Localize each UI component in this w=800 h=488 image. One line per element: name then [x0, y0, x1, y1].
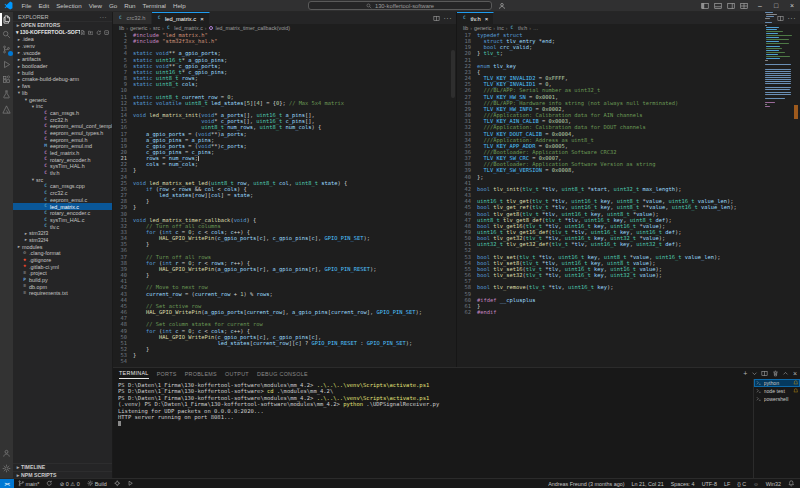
customize-layout-icon[interactable] — [740, 2, 748, 10]
chevron-up-icon[interactable] — [782, 370, 789, 377]
split-icon[interactable] — [761, 370, 768, 377]
tree-item-led-matrix-h[interactable]: Cled_matrix.h — [13, 150, 112, 157]
panel-tab-output[interactable]: OUTPUT — [225, 368, 249, 379]
section-timeline[interactable]: ▸TIMELINE — [13, 463, 112, 471]
tree-item-can-msgs-cpp[interactable]: Ccan_msgs.cpp — [13, 183, 112, 190]
code-area-tlv[interactable]: 17typedef struct18 struct tlv_entry *end… — [457, 32, 760, 367]
tree-item-rotary-encoder-h[interactable]: Crotary_encoder.h — [13, 156, 112, 163]
collapse-all-icon[interactable] — [104, 30, 110, 36]
breadcrumb-1[interactable]: lib›generic›src›Cled_matrix.c›led_matrix… — [113, 24, 456, 32]
breadcrumb-item[interactable]: src — [153, 25, 160, 31]
tree-item-lib[interactable]: ▾lib — [13, 90, 112, 97]
tree-item-src[interactable]: ▾src — [13, 176, 112, 183]
breadcrumb-item[interactable]: tlv.h — [518, 25, 527, 31]
tree-item-artifacts[interactable]: ▸artifacts — [13, 56, 112, 63]
panel-tab-terminal[interactable]: TERMINAL — [119, 368, 149, 379]
tab-close-icon[interactable]: × — [200, 16, 204, 22]
new-file-icon[interactable] — [80, 30, 86, 36]
breadcrumb-item[interactable]: … — [533, 25, 538, 31]
status-indentation[interactable]: Spaces: 4 — [667, 481, 698, 487]
tab-crc32-h[interactable]: Ccrc32.h — [113, 12, 152, 24]
copilot-icon[interactable] — [498, 2, 506, 10]
status-eol[interactable]: LF — [720, 481, 733, 487]
menu-view[interactable]: View — [85, 2, 105, 9]
workspace-root-row[interactable]: ▾ 130-KOFFERTOOL-SOFTWARE — [13, 29, 112, 37]
status-cpp-config[interactable]: Win32 — [762, 481, 784, 487]
activity-extensions[interactable] — [0, 72, 13, 87]
status-problems[interactable]: ⊘ 0 ⚠ 0 — [56, 481, 83, 487]
tree-item--vscode[interactable]: ▸.vscode — [13, 49, 112, 56]
breadcrumb-item[interactable]: lib — [463, 25, 468, 31]
tree-item--gitlab-ci-yml[interactable]: ◆.gitlab-ci.yml — [13, 263, 112, 270]
tree-item--project[interactable]: ≡.project — [13, 270, 112, 277]
tree-item--gitignore[interactable]: ◆.gitignore — [13, 257, 112, 264]
remote-indicator[interactable]: >< — [0, 479, 14, 488]
status-encoding[interactable]: UTF-8 — [698, 481, 720, 487]
tree-item-cmake-build-debug-arm[interactable]: ▸cmake-build-debug-arm — [13, 76, 112, 83]
activity-accounts[interactable] — [0, 446, 13, 461]
minimize-button[interactable]: – — [752, 0, 768, 12]
maximize-button[interactable]: □ — [768, 0, 784, 12]
terminal-session-node-test[interactable]: node test — [754, 387, 800, 395]
menu-help[interactable]: Help — [169, 2, 189, 9]
breadcrumb-item[interactable]: lib — [119, 25, 124, 31]
menu-edit[interactable]: Edit — [35, 2, 53, 9]
tree-item-can-msgs-h[interactable]: Ccan_msgs.h — [13, 110, 112, 117]
tree-item-systim-hal-h[interactable]: CsysTim_HAL.h — [13, 163, 112, 170]
tree-item-crc32-h[interactable]: Ccrc32.h — [13, 116, 112, 123]
tab-close-icon[interactable]: × — [485, 16, 489, 22]
refresh-icon[interactable] — [96, 30, 102, 36]
tree-item-modules[interactable]: ▸modules — [13, 243, 112, 250]
open-editors-section[interactable]: ▸ OPEN EDITORS — [13, 21, 112, 29]
status-cmake-build[interactable]: Build — [83, 480, 110, 487]
tree-item-eeprom-emul-h[interactable]: Ceeprom_emul.h — [13, 136, 112, 143]
menu-selection[interactable]: Selection — [53, 2, 85, 9]
tree-item--clang-format[interactable]: ⚙.clang-format — [13, 250, 112, 257]
tree-item-led-matrix-c[interactable]: Cled_matrix.c — [13, 203, 112, 210]
status-feedback[interactable]: ☺ — [750, 481, 763, 487]
tab-tlv-h[interactable]: Ctlv.h× — [457, 12, 494, 24]
activity-search[interactable] — [0, 27, 13, 42]
menu-go[interactable]: Go — [105, 2, 120, 9]
breadcrumb-2[interactable]: lib›generic›inc›Ctlv.h›… — [457, 24, 800, 32]
breadcrumb-item[interactable]: led_matrix_timer_callback(void) — [216, 25, 290, 31]
toggle-panel-icon[interactable] — [714, 2, 722, 10]
command-center-search[interactable]: 130-koffertool-software — [308, 1, 492, 10]
tree-item-systim-hal-c[interactable]: CsysTim_HAL.c — [13, 217, 112, 224]
tree-item-eeprom-emul-c[interactable]: Ceeprom_emul.c — [13, 197, 112, 204]
toggle-secondary-sidebar-icon[interactable] — [727, 2, 735, 10]
menu-terminal[interactable]: Terminal — [139, 2, 169, 9]
new-folder-icon[interactable] — [88, 30, 94, 36]
tree-item-db-opm[interactable]: ≡db.opm — [13, 283, 112, 290]
toggle-sidebar-icon[interactable] — [701, 2, 709, 10]
tree-item-generic[interactable]: ▾generic — [13, 96, 112, 103]
status-language-mode[interactable]: {} C — [734, 481, 750, 487]
status-cmake-target[interactable] — [110, 480, 124, 487]
breadcrumb-item[interactable]: inc — [497, 25, 504, 31]
minimap[interactable] — [765, 12, 793, 367]
tree-item-build[interactable]: ▸build — [13, 69, 112, 76]
menu-file[interactable]: File — [18, 2, 35, 9]
close-panel-icon[interactable]: × — [793, 370, 797, 377]
tree-item--idea[interactable]: ▸.idea — [13, 36, 112, 43]
tree-item-requirements-txt[interactable]: ≡requirements.txt — [13, 290, 112, 297]
activity-run-debug[interactable] — [0, 57, 13, 72]
plus-icon[interactable]: + — [743, 370, 747, 377]
activity-settings[interactable] — [0, 461, 13, 476]
activity-cmake[interactable] — [0, 102, 13, 117]
tree-item-inc[interactable]: ▾inc — [13, 103, 112, 110]
tree-item-eeprom-emul-md[interactable]: Meeprom_emul.md — [13, 143, 112, 150]
tree-item-rotary-encoder-c[interactable]: Crotary_encoder.c — [13, 210, 112, 217]
menu-run[interactable]: Run — [121, 2, 139, 9]
split-icon[interactable] — [433, 15, 440, 22]
panel-tab-debug-console[interactable]: DEBUG CONSOLE — [257, 368, 308, 379]
panel-tab-ports[interactable]: PORTS — [157, 368, 177, 379]
tree-item-eeprom-emul-types-h[interactable]: Ceeprom_emul_types.h — [13, 130, 112, 137]
panel-tab-problems[interactable]: PROBLEMS — [185, 368, 217, 379]
tree-item-tlv-c[interactable]: Ctlv.c — [13, 223, 112, 230]
status-notifications[interactable] — [785, 480, 799, 487]
trash-icon[interactable] — [772, 370, 779, 377]
status-git-branch[interactable]: main* — [14, 480, 43, 487]
close-button[interactable]: × — [784, 0, 800, 12]
status-sync[interactable] — [43, 480, 57, 487]
